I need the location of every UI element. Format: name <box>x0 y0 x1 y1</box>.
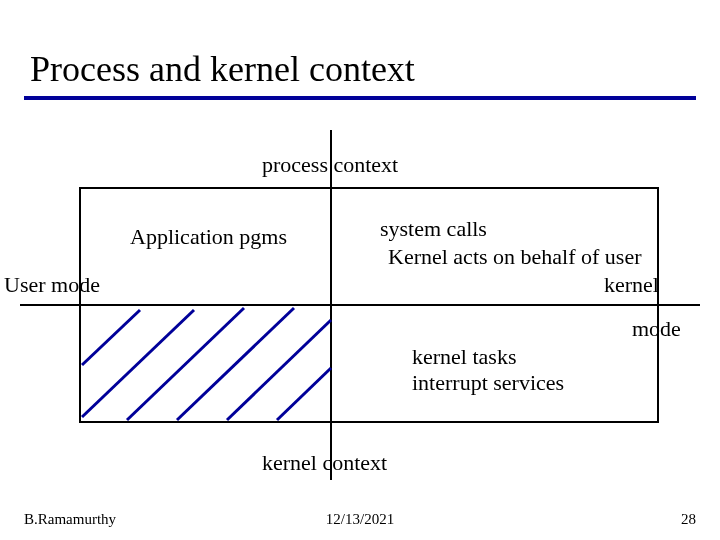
label-kernel-tasks: kernel tasks <box>412 344 516 370</box>
label-kernel-right: kernel <box>604 272 659 298</box>
svg-line-9 <box>82 310 140 365</box>
label-kernel-context: kernel context <box>262 450 387 476</box>
label-mode-right: mode <box>632 316 681 342</box>
svg-line-5 <box>127 308 244 420</box>
label-user-mode: User mode <box>4 272 100 298</box>
footer-author: B.Ramamurthy <box>24 511 116 528</box>
svg-line-4 <box>82 310 194 417</box>
label-kernel-acts: Kernel acts on behalf of user <box>388 244 642 270</box>
svg-line-6 <box>177 308 294 420</box>
label-interrupt-services: interrupt services <box>412 370 564 396</box>
svg-rect-3 <box>80 305 658 422</box>
footer-date: 12/13/2021 <box>326 511 394 528</box>
svg-line-8 <box>277 368 331 420</box>
label-process-context: process context <box>262 152 398 178</box>
footer-page-number: 28 <box>681 511 696 528</box>
label-system-calls: system calls <box>380 216 487 242</box>
label-application-pgms: Application pgms <box>130 224 287 250</box>
svg-line-7 <box>227 320 331 420</box>
